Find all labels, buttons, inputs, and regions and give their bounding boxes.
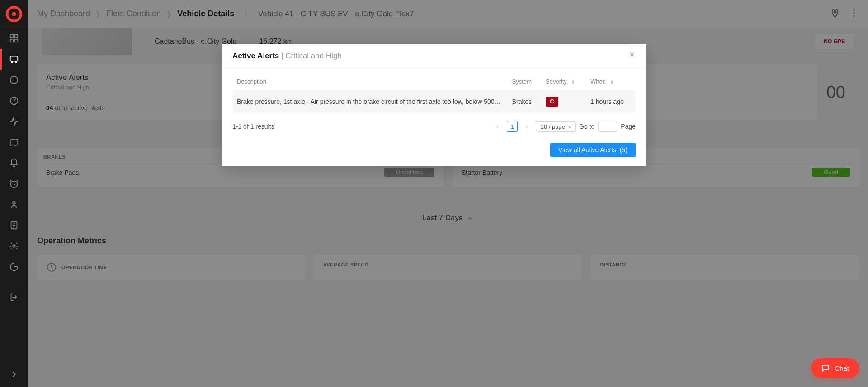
pager-current-page[interactable]: 1: [507, 121, 518, 132]
grid-icon: [9, 33, 19, 43]
nav-users[interactable]: [0, 194, 28, 215]
svg-point-7: [11, 61, 13, 63]
nav-notifications[interactable]: [0, 153, 28, 173]
goto-page-input[interactable]: [598, 121, 617, 132]
col-severity[interactable]: Severity ▲▼: [541, 73, 586, 90]
warning-circle-icon: [9, 75, 19, 85]
alerts-table: Description System Severity ▲▼ When ▲▼ B…: [232, 73, 636, 113]
alert-description: Brake pressure, 1st axle - Air pressure …: [232, 90, 508, 113]
close-icon: [628, 51, 636, 58]
page-size-select[interactable]: 10 / page: [536, 121, 576, 132]
logo-icon: [5, 5, 23, 23]
nav-fleet[interactable]: [0, 49, 28, 70]
alert-severity: C: [541, 90, 586, 113]
pagination: ‹ 1 › 10 / page Go to Page: [492, 121, 636, 132]
col-when[interactable]: When ▲▼: [586, 73, 636, 90]
clock-alarm-icon: [9, 179, 19, 189]
chevron-right-icon: [9, 369, 19, 379]
nav-settings[interactable]: [0, 236, 28, 256]
alert-row[interactable]: Brake pressure, 1st axle - Air pressure …: [232, 90, 636, 113]
map-icon: [9, 137, 19, 147]
nav-activity[interactable]: [0, 111, 28, 132]
col-description: Description: [232, 73, 508, 90]
pager-prev[interactable]: ‹: [492, 121, 503, 132]
brand-logo[interactable]: [0, 0, 28, 28]
nav-analytics[interactable]: [0, 256, 28, 277]
bus-icon: [9, 54, 19, 64]
alert-system: Brakes: [508, 90, 541, 113]
chat-label: Chat: [835, 364, 849, 372]
svg-point-14: [13, 245, 15, 247]
table-footer: 1-1 of 1 results ‹ 1 › 10 / page Go to P…: [232, 121, 636, 132]
pager-next[interactable]: ›: [521, 121, 532, 132]
svg-rect-5: [15, 39, 18, 42]
svg-point-12: [13, 202, 15, 205]
gauge-icon: [9, 96, 19, 106]
users-icon: [9, 200, 19, 210]
svg-rect-2: [10, 35, 13, 37]
svg-rect-4: [10, 39, 13, 42]
goto-label: Go to: [579, 123, 594, 130]
logout-icon: [9, 292, 19, 302]
nav-dashboard[interactable]: [0, 28, 28, 49]
svg-rect-6: [10, 56, 18, 61]
nav-map[interactable]: [0, 132, 28, 153]
view-all-alerts-button[interactable]: View all Active Alerts (5): [550, 143, 636, 157]
nav-gauge[interactable]: [0, 90, 28, 111]
nav-logout[interactable]: [0, 287, 28, 308]
severity-badge-critical: C: [546, 97, 558, 107]
sort-icon: ▲▼: [610, 80, 614, 84]
bell-icon: [9, 158, 19, 168]
results-count: 1-1 of 1 results: [232, 123, 274, 130]
alert-when: 1 hours ago: [586, 90, 636, 113]
sidebar-divider: [5, 282, 23, 282]
nav-schedule[interactable]: [0, 173, 28, 194]
active-alerts-modal: Active Alerts | Critical and High Descri…: [222, 44, 646, 166]
sidebar: [0, 0, 28, 387]
modal-actions: View all Active Alerts (5): [232, 143, 636, 157]
nav-expand[interactable]: [0, 366, 28, 387]
modal-title: Active Alerts | Critical and High: [232, 51, 342, 61]
modal-body: Description System Severity ▲▼ When ▲▼ B…: [222, 68, 646, 166]
page-label: Page: [621, 123, 636, 130]
chat-icon: [821, 364, 830, 373]
sort-icon: ▲▼: [571, 80, 575, 84]
nav-reports[interactable]: [0, 215, 28, 236]
svg-rect-3: [15, 35, 18, 37]
nav-alerts[interactable]: [0, 70, 28, 90]
svg-point-8: [15, 61, 17, 63]
pie-icon: [9, 262, 19, 272]
chat-button[interactable]: Chat: [811, 358, 859, 378]
modal-header: Active Alerts | Critical and High: [222, 44, 646, 68]
gear-icon: [9, 241, 19, 251]
activity-icon: [9, 117, 19, 126]
svg-point-1: [12, 12, 16, 16]
modal-close-button[interactable]: [628, 51, 636, 61]
document-icon: [9, 220, 19, 230]
col-system: System: [508, 73, 541, 90]
